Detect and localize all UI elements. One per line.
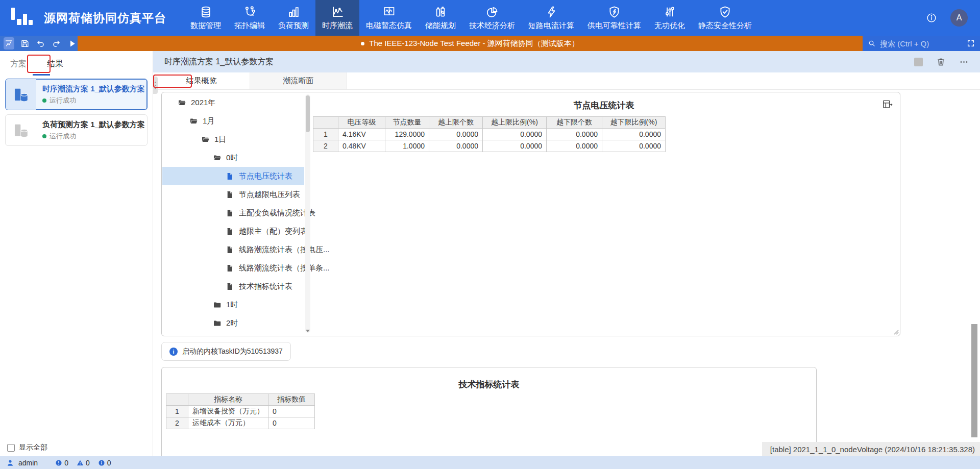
error-counter[interactable]: 0 (55, 459, 68, 467)
nav-item-load-forecast[interactable]: 负荷预测 (272, 0, 315, 36)
techno-economic-icon (485, 5, 499, 19)
status-user: admin (18, 459, 38, 467)
chart-board-icon[interactable] (4, 37, 14, 50)
file-icon (226, 282, 234, 291)
nav-item-reliability[interactable]: 供电可靠性计算 (581, 0, 648, 36)
table-row: 2 运维成本（万元） 0 (166, 417, 315, 429)
toolbar-buttons (0, 36, 78, 51)
tree-item-year[interactable]: 2021年 (162, 93, 304, 112)
status-counters: 0 0 0 (55, 459, 111, 467)
error-circle-icon (55, 459, 62, 466)
tree-scrollbar-down-arrow[interactable] (306, 330, 310, 332)
main-header: 时序潮流方案 1_默认参数方案 (153, 51, 980, 72)
show-all-toggle[interactable]: 显示全部 (7, 443, 47, 452)
trash-icon[interactable] (936, 57, 946, 67)
tab-result-overview[interactable]: 结果概览 (153, 72, 250, 89)
scheme-card-timeseries[interactable]: 时序潮流方案 1_默认参数方案 运行成功 (5, 79, 148, 110)
info-icon: i (169, 348, 178, 356)
save-icon[interactable] (19, 37, 30, 50)
fullscreen-icon[interactable] (967, 39, 975, 47)
result-tree: 2021年 1月 1日 0时 节点电压统计表 节点越限电压列表 主配变负载情况统… (162, 93, 304, 332)
table-row: 2 0.48KV 1.0000 0.0000 0.0000 0.0000 0.0… (313, 140, 666, 152)
tree-item-transformer-load[interactable]: 主配变负载情况统计表 (162, 204, 304, 222)
scheme-title: 时序潮流方案 1_默认参数方案 (42, 84, 147, 94)
about-info-icon[interactable] (926, 12, 937, 23)
tree-item-hour-0[interactable]: 0时 (162, 149, 304, 167)
tree-item-hour-2[interactable]: 2时 (162, 314, 304, 332)
col-header: 电压等级 (338, 117, 385, 129)
col-header: 节点数量 (385, 117, 429, 129)
warning-counter[interactable]: 0 (77, 459, 90, 467)
file-icon (226, 264, 234, 273)
timeseries-powerflow-icon (331, 5, 345, 19)
sidebar-splitter-handle[interactable] (153, 77, 158, 94)
info-counter[interactable]: 0 (98, 459, 111, 467)
file-icon (226, 227, 234, 236)
tree-item-node-voltage[interactable]: 节点电压统计表 (162, 167, 304, 185)
nav-item-emt-simulation[interactable]: 电磁暂态仿真 (359, 0, 419, 36)
nav-right-area: A (926, 9, 980, 27)
result-tab-strip: 结果概览 潮流断面 (153, 72, 980, 90)
tree-item-hour-1[interactable]: 1时 (162, 295, 304, 314)
topology-icon (243, 5, 257, 19)
scheme-status: 运行成功 (42, 132, 147, 141)
vertical-scrollbar-thumb[interactable] (971, 324, 977, 437)
nav-item-data-management[interactable]: 数据管理 (184, 0, 228, 36)
search-input[interactable] (880, 39, 963, 48)
scheme-icon (6, 115, 36, 145)
folder-open-icon (189, 117, 198, 126)
nav-item-storage-planning[interactable]: 储能规划 (419, 0, 462, 36)
tree-item-day[interactable]: 1日 (162, 130, 304, 149)
user-icon (6, 459, 14, 467)
tree-item-transformer-violation[interactable]: 越限主（配）变列表 (162, 222, 304, 240)
nav-item-static-security[interactable]: 静态安全性分析 (692, 0, 758, 36)
export-table-icon[interactable] (881, 98, 894, 110)
nav-item-techno-economic[interactable]: 技术经济分析 (462, 0, 522, 36)
tree-item-node-violation[interactable]: 节点越限电压列表 (162, 185, 304, 204)
top-nav-bar: 源网荷储协同仿真平台 数据管理 拓扑编辑 负荷预测 时序潮流 电磁暂态仿真 储能… (0, 0, 980, 36)
nav-item-timeseries-powerflow[interactable]: 时序潮流 (315, 0, 359, 36)
col-header: 指标名称 (188, 394, 268, 406)
col-header: 越上限个数 (429, 117, 483, 129)
tree-scrollbar[interactable] (305, 94, 310, 333)
user-avatar[interactable]: A (950, 9, 968, 27)
emt-simulation-icon (382, 5, 396, 19)
app-title: 源网荷储协同仿真平台 (44, 10, 166, 26)
tab-powerflow-section[interactable]: 潮流断面 (250, 72, 347, 89)
app-logo: 源网荷储协同仿真平台 (0, 8, 168, 28)
sidebar-tab-plan[interactable]: 方案 (10, 59, 27, 69)
undo-icon[interactable] (35, 37, 46, 50)
short-circuit-icon (545, 5, 558, 19)
feeder-banner: The IEEE-123-Node Test Feeder - 源网荷储协同（测… (78, 36, 863, 51)
nav-item-short-circuit[interactable]: 短路电流计算 (522, 0, 581, 36)
search-icon (868, 39, 876, 47)
panel-resize-handle[interactable] (893, 329, 899, 335)
node-voltage-table-area: 节点电压统计表 电压等级 节点数量 越上限个数 越上限比例(%) 越下限个数 越… (313, 92, 895, 152)
nav-items: 数据管理 拓扑编辑 负荷预测 时序潮流 电磁暂态仿真 储能规划 技术经济分析 (184, 0, 758, 36)
node-voltage-table-title: 节点电压统计表 (313, 100, 895, 111)
disabled-action-icon[interactable] (914, 58, 923, 66)
storage-planning-icon (434, 5, 448, 19)
tech-indicators-table: 指标名称 指标数值 1 新增设备投资（万元） 0 2 运维成本（万元） 0 (166, 393, 315, 429)
file-icon (226, 172, 234, 181)
nav-item-topology-edit[interactable]: 拓扑编辑 (228, 0, 272, 36)
tree-item-tech-indicators[interactable]: 技术指标统计表 (162, 277, 304, 295)
folder-closed-icon (213, 319, 222, 328)
tree-item-line-flow-by-line[interactable]: 线路潮流统计表（按单条... (162, 259, 304, 277)
more-ellipsis-icon[interactable] (959, 57, 969, 67)
scheme-card-load-forecast[interactable]: 负荷预测方案 1_默认参数方案 运行成功 (5, 114, 148, 146)
show-all-checkbox[interactable] (7, 444, 15, 452)
folder-open-icon (213, 154, 222, 162)
sidebar: 方案 结果 时序潮流方案 1_默认参数方案 运行成功 负荷预测方案 1_默认参数… (0, 51, 153, 456)
status-bar: admin 0 0 0 (0, 456, 980, 469)
sidebar-tabs: 方案 结果 (0, 51, 153, 77)
static-security-shield-check-icon (718, 5, 732, 19)
sidebar-tab-result[interactable]: 结果 (47, 59, 63, 69)
tree-item-month[interactable]: 1月 (162, 112, 304, 130)
run-play-icon[interactable] (67, 37, 78, 50)
redo-icon[interactable] (51, 37, 62, 50)
tree-item-line-flow-by-voltage[interactable]: 线路潮流统计表（按电压... (162, 240, 304, 259)
tree-scrollbar-thumb[interactable] (306, 95, 310, 132)
file-icon (226, 190, 234, 199)
nav-item-var-optimization[interactable]: 无功优化 (648, 0, 692, 36)
